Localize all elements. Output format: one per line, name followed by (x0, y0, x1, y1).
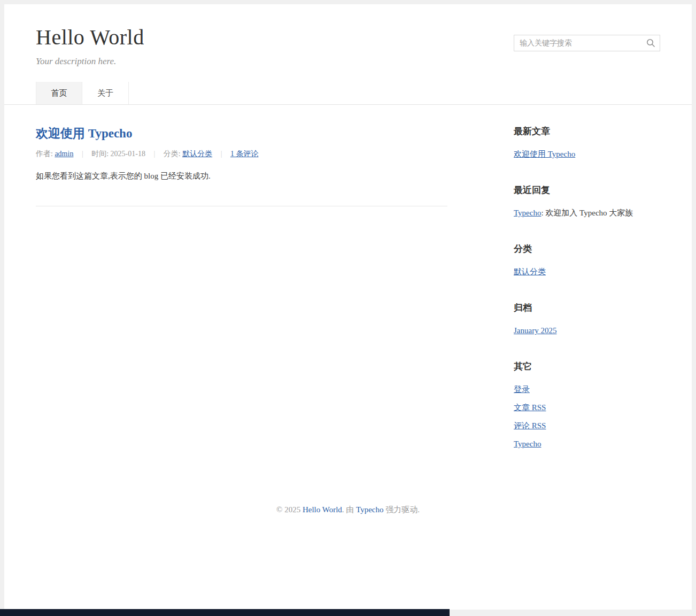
sidebar: 最新文章 欢迎使用 Typecho 最近回复 Typecho: 欢迎加入 Typ… (514, 126, 660, 475)
post-time: 时间: 2025-01-18 (91, 150, 145, 158)
site-title-link[interactable]: Hello World (36, 25, 144, 49)
sidebar-title-archives: 归档 (514, 303, 660, 313)
footer-site-link[interactable]: Hello World (303, 505, 342, 514)
footer-powered-link[interactable]: Typecho (356, 505, 383, 514)
content-column: 欢迎使用 Typecho 作者: admin | 时间: 2025-01-18 … (36, 126, 447, 206)
meta-separator: | (221, 150, 222, 158)
recent-reply-author-link[interactable]: Typecho (514, 209, 541, 217)
post-category-label: 分类: (164, 150, 182, 158)
post: 欢迎使用 Typecho 作者: admin | 时间: 2025-01-18 … (36, 126, 447, 206)
list-item: Typecho: 欢迎加入 Typecho 大家族 (514, 207, 660, 218)
sidebar-title-categories: 分类 (514, 244, 660, 255)
login-link[interactable]: 登录 (514, 385, 530, 394)
sidebar-section-archives: 归档 January 2025 (514, 303, 660, 336)
sidebar-title-misc: 其它 (514, 361, 660, 372)
post-comments-link[interactable]: 1 条评论 (230, 150, 259, 158)
list-item: 欢迎使用 Typecho (514, 149, 660, 159)
bottom-bar (0, 609, 450, 616)
main-area: 欢迎使用 Typecho 作者: admin | 时间: 2025-01-18 … (36, 105, 660, 486)
sidebar-section-categories: 分类 默认分类 (514, 244, 660, 277)
list-item: 登录 (514, 384, 660, 395)
sidebar-title-recent-replies: 最近回复 (514, 185, 660, 196)
list-item: 文章 RSS (514, 402, 660, 413)
site-header: Hello World Your description here. 首页 关于 (4, 4, 692, 105)
sidebar-section-recent-posts: 最新文章 欢迎使用 Typecho (514, 126, 660, 159)
footer-suffix-text: 强力驱动. (384, 505, 420, 514)
search-icon (646, 38, 655, 48)
list-item: Typecho (514, 438, 660, 449)
search-input[interactable] (514, 35, 660, 51)
meta-separator: | (153, 150, 155, 158)
nav-item-about[interactable]: 关于 (82, 82, 129, 104)
footer-copyright: © 2025 (276, 505, 303, 514)
post-title: 欢迎使用 Typecho (36, 126, 447, 141)
post-title-link[interactable]: 欢迎使用 Typecho (36, 127, 132, 140)
search-box (514, 35, 660, 51)
meta-separator: | (82, 150, 83, 158)
list-item: 评论 RSS (514, 420, 660, 431)
site-description: Your description here. (36, 56, 660, 67)
archive-link[interactable]: January 2025 (514, 326, 556, 335)
main-nav: 首页 关于 (36, 82, 660, 104)
recent-reply-text: : 欢迎加入 Typecho 大家族 (541, 209, 633, 217)
list-item: January 2025 (514, 325, 660, 336)
footer: © 2025 Hello World. 由 Typecho 强力驱动. (4, 486, 692, 548)
list-item: 默认分类 (514, 266, 660, 277)
post-body: 如果您看到这篇文章,表示您的 blog 已经安装成功. (36, 170, 447, 182)
category-link[interactable]: 默认分类 (514, 267, 546, 276)
sidebar-section-misc: 其它 登录 文章 RSS 评论 RSS Typecho (514, 361, 660, 449)
recent-post-link[interactable]: 欢迎使用 Typecho (514, 150, 575, 158)
sidebar-title-recent-posts: 最新文章 (514, 126, 660, 137)
page: Hello World Your description here. 首页 关于 (4, 4, 692, 610)
post-author-label: 作者: (36, 150, 55, 158)
post-category-link[interactable]: 默认分类 (182, 150, 212, 158)
post-author-link[interactable]: admin (55, 150, 73, 158)
nav-item-home[interactable]: 首页 (36, 82, 82, 104)
post-rss-link[interactable]: 文章 RSS (514, 403, 546, 412)
footer-middle-text: . 由 (342, 505, 356, 514)
comment-rss-link[interactable]: 评论 RSS (514, 421, 546, 430)
sidebar-section-recent-replies: 最近回复 Typecho: 欢迎加入 Typecho 大家族 (514, 185, 660, 218)
post-meta: 作者: admin | 时间: 2025-01-18 | 分类: 默认分类 | … (36, 149, 447, 159)
typecho-link[interactable]: Typecho (514, 440, 541, 448)
